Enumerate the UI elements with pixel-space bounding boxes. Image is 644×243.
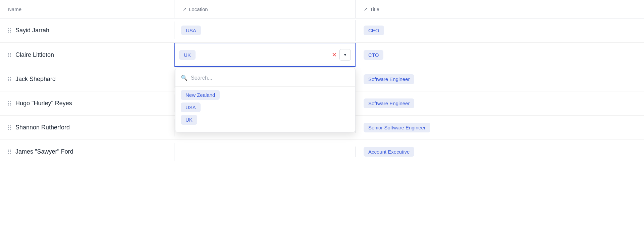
drag-dot [8,129,9,130]
drag-handle-1[interactable] [8,28,11,33]
drag-dot [10,105,11,106]
dropdown-options-list: New Zealand USA UK [175,87,355,128]
drag-dot [8,32,9,33]
drag-dot [8,125,9,126]
drag-dot [10,103,11,104]
location-tag: USA [181,26,201,35]
drag-dot [10,80,11,81]
location-tag-active: UK [179,50,196,60]
drag-dot [10,129,11,130]
drag-dot [8,79,9,80]
table-row: Claire Littleton UK ✕ ▼ 🔍 New Zealand [0,43,644,67]
drag-dot [10,32,11,33]
title-cell-6: Account Executive [356,141,644,162]
person-name: James "Sawyer" Ford [15,148,73,155]
header-name: Name [0,0,174,18]
drag-dot [10,79,11,80]
dropdown-option-uk[interactable]: UK [181,115,350,125]
drag-handle-3[interactable] [8,77,11,81]
drag-dot [10,127,11,128]
drag-dot [10,54,11,55]
title-tag: CTO [364,50,383,60]
drag-dot [10,101,11,102]
drag-handle-5[interactable] [8,125,11,130]
drag-dot [10,30,11,31]
option-tag-new-zealand: New Zealand [181,90,220,100]
option-tag-uk: UK [181,115,197,125]
drag-dot [8,101,9,102]
drag-dot [10,77,11,78]
name-cell-1: Sayid Jarrah [0,22,174,39]
person-name: Jack Shephard [15,76,56,83]
location-cell-1[interactable]: USA [174,20,356,41]
dropdown-toggle-button[interactable]: ▼ [339,49,351,60]
table-row: James "Sawyer" Ford Account Executive [0,140,644,164]
title-cell-4: Software Engineer [356,93,644,114]
header-title: ↗ Title [356,0,644,18]
drag-dot [8,151,9,152]
drag-dot [8,127,9,128]
name-cell-2: Claire Littleton [0,46,174,64]
location-cell-2-active[interactable]: UK ✕ ▼ 🔍 New Zealand USA [174,43,356,67]
title-cell-3: Software Engineer [356,69,644,89]
drag-dot [8,30,9,31]
title-cell-2: CTO [356,45,644,65]
title-tag: Software Engineer [364,98,414,108]
drag-dot [8,53,9,54]
clear-location-button[interactable]: ✕ [332,51,337,58]
name-cell-4: Hugo "Hurley" Reyes [0,94,174,112]
dropdown-option-new-zealand[interactable]: New Zealand [181,90,350,100]
drag-dot [10,125,11,126]
dropdown-search-area: 🔍 [175,72,355,87]
person-name: Sayid Jarrah [15,27,49,34]
location-cell-6[interactable] [174,147,356,157]
option-tag-usa: USA [181,103,201,112]
title-cell-5: Senior Software Engineer [356,117,644,138]
title-tag: Account Executive [364,147,414,157]
drag-dot [8,54,9,55]
drag-dot [10,28,11,29]
drag-dot [8,103,9,104]
dropdown-option-usa[interactable]: USA [181,103,350,112]
drag-dot [8,80,9,81]
drag-dot [10,56,11,57]
header-location-label: Location [189,6,208,12]
drag-dot [10,150,11,151]
header-name-label: Name [8,6,21,12]
title-tag: Software Engineer [364,74,414,84]
name-cell-6: James "Sawyer" Ford [0,143,174,161]
drag-dot [8,105,9,106]
active-location-content: UK ✕ ▼ [175,44,355,66]
drag-handle-2[interactable] [8,53,11,57]
person-name: Shannon Rutherford [15,124,70,131]
person-name: Claire Littleton [15,51,54,58]
dropdown-search-input[interactable] [191,75,350,81]
search-icon: 🔍 [181,75,187,81]
drag-handle-4[interactable] [8,101,11,106]
name-cell-3: Jack Shephard [0,70,174,88]
drag-dot [10,151,11,152]
title-tag: CEO [364,26,384,35]
drag-dot [10,153,11,154]
header-location: ↗ Location [174,0,356,18]
location-dropdown-panel: 🔍 New Zealand USA UK [175,68,356,132]
drag-dot [8,150,9,151]
drag-dot [8,28,9,29]
table-header: Name ↗ Location ↗ Title [0,0,644,18]
name-cell-5: Shannon Rutherford [0,119,174,136]
main-table: Name ↗ Location ↗ Title Sayid Jarrah USA [0,0,644,164]
title-cell-1: CEO [356,20,644,41]
location-sort-icon: ↗ [182,6,187,12]
table-row: Sayid Jarrah USA CEO [0,18,644,43]
chevron-down-icon: ▼ [343,52,347,57]
drag-dot [10,53,11,54]
title-sort-icon: ↗ [364,6,368,12]
header-title-label: Title [370,6,379,12]
drag-dot [8,56,9,57]
drag-handle-6[interactable] [8,150,11,154]
person-name: Hugo "Hurley" Reyes [15,100,72,107]
drag-dot [8,153,9,154]
title-tag: Senior Software Engineer [364,123,430,132]
drag-dot [8,77,9,78]
